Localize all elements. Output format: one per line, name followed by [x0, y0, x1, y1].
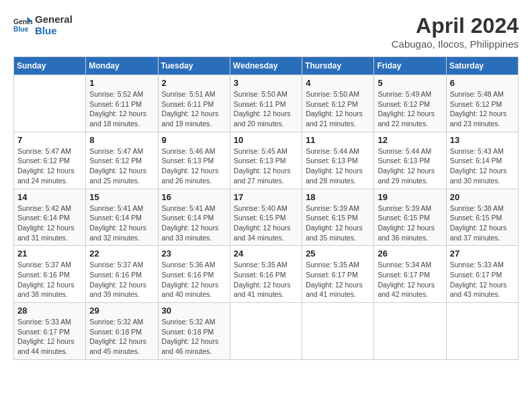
day-info: Sunrise: 5:35 AMSunset: 6:16 PMDaylight:… [234, 260, 298, 300]
calendar-cell: 2Sunrise: 5:51 AMSunset: 6:11 PMDaylight… [158, 75, 230, 132]
weekday-header-tuesday: Tuesday [158, 57, 230, 75]
day-info: Sunrise: 5:41 AMSunset: 6:14 PMDaylight:… [89, 203, 154, 243]
day-info: Sunrise: 5:39 AMSunset: 6:15 PMDaylight:… [378, 203, 442, 243]
day-number: 4 [306, 78, 370, 88]
day-number: 26 [378, 248, 442, 259]
calendar-cell: 28Sunrise: 5:33 AMSunset: 6:17 PMDayligh… [14, 303, 86, 360]
calendar-week-1: 1Sunrise: 5:52 AMSunset: 6:11 PMDaylight… [14, 75, 519, 132]
calendar-cell: 12Sunrise: 5:44 AMSunset: 6:13 PMDayligh… [374, 132, 446, 189]
calendar-cell: 25Sunrise: 5:35 AMSunset: 6:17 PMDayligh… [302, 246, 374, 303]
day-info: Sunrise: 5:33 AMSunset: 6:17 PMDaylight:… [17, 317, 82, 357]
calendar-cell [14, 75, 86, 132]
day-info: Sunrise: 5:51 AMSunset: 6:11 PMDaylight:… [162, 89, 226, 129]
calendar-cell: 20Sunrise: 5:38 AMSunset: 6:15 PMDayligh… [446, 189, 518, 246]
day-number: 28 [17, 306, 82, 316]
day-info: Sunrise: 5:36 AMSunset: 6:16 PMDaylight:… [162, 260, 226, 300]
day-info: Sunrise: 5:49 AMSunset: 6:12 PMDaylight:… [378, 89, 442, 129]
day-info: Sunrise: 5:50 AMSunset: 6:12 PMDaylight:… [306, 89, 370, 129]
day-info: Sunrise: 5:41 AMSunset: 6:14 PMDaylight:… [162, 203, 226, 243]
month-title: April 2024 [392, 13, 519, 38]
calendar-cell: 6Sunrise: 5:48 AMSunset: 6:12 PMDaylight… [446, 75, 518, 132]
day-number: 5 [378, 78, 442, 88]
day-number: 11 [306, 135, 370, 145]
day-number: 27 [450, 248, 515, 259]
calendar-cell [374, 303, 446, 360]
calendar-cell: 5Sunrise: 5:49 AMSunset: 6:12 PMDaylight… [374, 75, 446, 132]
calendar-week-4: 21Sunrise: 5:37 AMSunset: 6:16 PMDayligh… [14, 246, 519, 303]
weekday-header-thursday: Thursday [302, 57, 374, 75]
calendar-cell: 15Sunrise: 5:41 AMSunset: 6:14 PMDayligh… [86, 189, 158, 246]
day-number: 21 [17, 248, 82, 259]
day-number: 14 [17, 192, 82, 202]
svg-text:Blue: Blue [13, 26, 29, 33]
day-info: Sunrise: 5:47 AMSunset: 6:12 PMDaylight:… [89, 146, 154, 186]
logo-icon: General Blue [13, 15, 32, 34]
weekday-header-monday: Monday [86, 57, 158, 75]
day-number: 10 [234, 135, 298, 145]
calendar-cell: 29Sunrise: 5:32 AMSunset: 6:18 PMDayligh… [86, 303, 158, 360]
day-info: Sunrise: 5:44 AMSunset: 6:13 PMDaylight:… [378, 146, 442, 186]
logo: General Blue General Blue [13, 13, 73, 36]
logo-blue: Blue [35, 25, 73, 36]
weekday-header-sunday: Sunday [14, 57, 86, 75]
weekday-header-saturday: Saturday [446, 57, 518, 75]
calendar-table: SundayMondayTuesdayWednesdayThursdayFrid… [13, 56, 519, 360]
day-number: 6 [450, 78, 515, 88]
calendar-cell: 30Sunrise: 5:32 AMSunset: 6:18 PMDayligh… [158, 303, 230, 360]
day-info: Sunrise: 5:34 AMSunset: 6:17 PMDaylight:… [378, 260, 442, 300]
calendar-cell: 8Sunrise: 5:47 AMSunset: 6:12 PMDaylight… [86, 132, 158, 189]
day-number: 12 [378, 135, 442, 145]
calendar-cell: 10Sunrise: 5:45 AMSunset: 6:13 PMDayligh… [230, 132, 302, 189]
day-number: 20 [450, 192, 515, 202]
day-info: Sunrise: 5:43 AMSunset: 6:14 PMDaylight:… [450, 146, 515, 186]
calendar-cell: 7Sunrise: 5:47 AMSunset: 6:12 PMDaylight… [14, 132, 86, 189]
day-number: 25 [306, 248, 370, 259]
location: Cabugao, Ilocos, Philippines [392, 38, 519, 50]
calendar-cell: 4Sunrise: 5:50 AMSunset: 6:12 PMDaylight… [302, 75, 374, 132]
calendar-cell: 23Sunrise: 5:36 AMSunset: 6:16 PMDayligh… [158, 246, 230, 303]
calendar-week-3: 14Sunrise: 5:42 AMSunset: 6:14 PMDayligh… [14, 189, 519, 246]
day-number: 22 [89, 248, 154, 259]
day-info: Sunrise: 5:46 AMSunset: 6:13 PMDaylight:… [162, 146, 226, 186]
day-number: 19 [378, 192, 442, 202]
day-number: 24 [234, 248, 298, 259]
calendar-cell: 18Sunrise: 5:39 AMSunset: 6:15 PMDayligh… [302, 189, 374, 246]
day-number: 15 [89, 192, 154, 202]
day-info: Sunrise: 5:33 AMSunset: 6:17 PMDaylight:… [450, 260, 515, 300]
calendar-header-row: SundayMondayTuesdayWednesdayThursdayFrid… [14, 57, 519, 75]
day-info: Sunrise: 5:37 AMSunset: 6:16 PMDaylight:… [89, 260, 154, 300]
day-info: Sunrise: 5:42 AMSunset: 6:14 PMDaylight:… [17, 203, 82, 243]
day-number: 23 [162, 248, 226, 259]
day-number: 8 [89, 135, 154, 145]
calendar-cell: 19Sunrise: 5:39 AMSunset: 6:15 PMDayligh… [374, 189, 446, 246]
logo-general: General [35, 13, 73, 25]
day-info: Sunrise: 5:47 AMSunset: 6:12 PMDaylight:… [17, 146, 82, 186]
day-info: Sunrise: 5:52 AMSunset: 6:11 PMDaylight:… [89, 89, 154, 129]
calendar-cell: 26Sunrise: 5:34 AMSunset: 6:17 PMDayligh… [374, 246, 446, 303]
day-info: Sunrise: 5:50 AMSunset: 6:11 PMDaylight:… [234, 89, 298, 129]
calendar-cell: 11Sunrise: 5:44 AMSunset: 6:13 PMDayligh… [302, 132, 374, 189]
day-number: 17 [234, 192, 298, 202]
calendar-cell: 24Sunrise: 5:35 AMSunset: 6:16 PMDayligh… [230, 246, 302, 303]
day-info: Sunrise: 5:32 AMSunset: 6:18 PMDaylight:… [162, 317, 226, 357]
calendar-cell: 9Sunrise: 5:46 AMSunset: 6:13 PMDaylight… [158, 132, 230, 189]
calendar-cell: 16Sunrise: 5:41 AMSunset: 6:14 PMDayligh… [158, 189, 230, 246]
calendar-cell: 27Sunrise: 5:33 AMSunset: 6:17 PMDayligh… [446, 246, 518, 303]
day-number: 18 [306, 192, 370, 202]
calendar-cell [446, 303, 518, 360]
day-info: Sunrise: 5:40 AMSunset: 6:15 PMDaylight:… [234, 203, 298, 243]
calendar-week-2: 7Sunrise: 5:47 AMSunset: 6:12 PMDaylight… [14, 132, 519, 189]
day-info: Sunrise: 5:32 AMSunset: 6:18 PMDaylight:… [89, 317, 154, 357]
calendar-cell: 22Sunrise: 5:37 AMSunset: 6:16 PMDayligh… [86, 246, 158, 303]
day-number: 2 [162, 78, 226, 88]
calendar-cell: 21Sunrise: 5:37 AMSunset: 6:16 PMDayligh… [14, 246, 86, 303]
day-number: 16 [162, 192, 226, 202]
calendar-cell [230, 303, 302, 360]
calendar-cell: 14Sunrise: 5:42 AMSunset: 6:14 PMDayligh… [14, 189, 86, 246]
title-block: April 2024 Cabugao, Ilocos, Philippines [392, 13, 519, 50]
page-header: General Blue General Blue April 2024 Cab… [13, 13, 519, 50]
day-number: 9 [162, 135, 226, 145]
calendar-cell: 1Sunrise: 5:52 AMSunset: 6:11 PMDaylight… [86, 75, 158, 132]
day-number: 13 [450, 135, 515, 145]
weekday-header-friday: Friday [374, 57, 446, 75]
